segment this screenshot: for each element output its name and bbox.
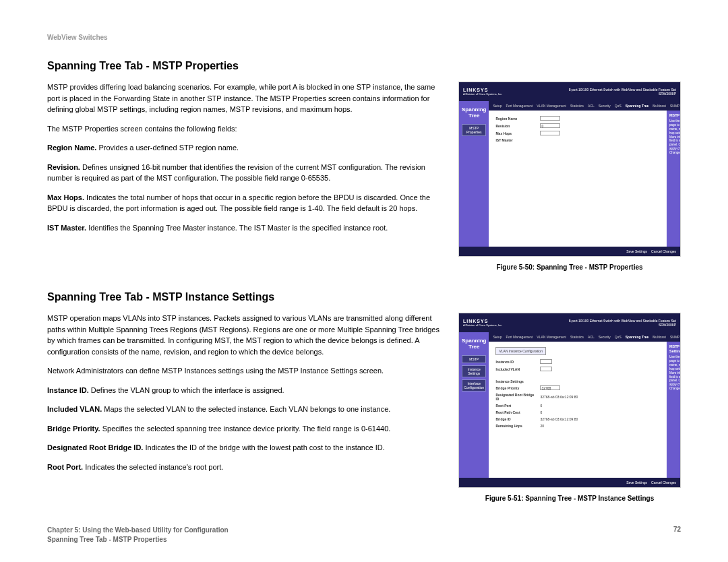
help-title: MSTP Instance Settings [669,344,681,354]
save-button[interactable]: Save Settings [626,480,647,485]
vlan-config-header: VLAN Instance Configuration [495,347,545,355]
help-text: Use the MSTP Properties page to configur… [669,119,681,155]
rp-value: 0 [540,404,542,408]
sidebar-item[interactable]: MSTP Properties [462,124,486,136]
section2-title: Spanning Tree Tab - MSTP Instance Settin… [47,291,681,303]
region-input[interactable] [540,116,560,121]
help-text: Use the MSTP Properties page to configur… [669,355,681,391]
s1-p1: MSTP provides differing load balancing s… [47,82,445,115]
footer-section: Spanning Tree Tab - MSTP Properties [47,535,229,544]
save-button[interactable]: Save Settings [626,249,647,253]
device-model: SRW2008P [569,323,676,327]
device-model: SRW2008P [569,92,676,96]
form-area: Region Name Revision0 Max Hops IST Maste… [489,111,667,247]
brand-tagline: A Division of Cisco Systems, Inc. [463,323,502,327]
top-tabs[interactable]: SetupPort ManagementVLAN ManagementStati… [489,332,681,342]
included-vlan-select[interactable] [540,367,552,371]
sidebar-item[interactable]: Instance Settings [462,365,486,377]
figure-5-51: LINKSYS A Division of Cisco Systems, Inc… [458,313,681,488]
section1-text: MSTP provides differing load balancing s… [47,82,445,271]
s2-incl: Included VLAN. Maps the selected VLAN to… [47,404,445,415]
s1-region: Region Name. Provides a user-defined STP… [47,142,445,154]
cancel-button[interactable]: Cancel Changes [651,480,676,485]
s2-rp: Root Port. Indicates the selected instan… [47,462,445,473]
doc-header: WebView Switches [47,34,681,41]
instance-settings-hdr: Instance Settings [495,379,660,383]
help-title: MSTP Properties [669,113,681,118]
page-footer: Chapter 5: Using the Web-based Utility f… [47,526,681,544]
s2-p2: Network Administrators can define MSTP I… [47,365,445,377]
brand-tagline: A Division of Cisco Systems, Inc. [463,92,502,96]
maxhops-input[interactable] [540,131,560,135]
rpc-value: 0 [540,410,542,414]
top-tabs[interactable]: SetupPort ManagementVLAN ManagementStati… [489,101,681,111]
brand-logo: LINKSYS [463,88,502,92]
s1-ist: IST Master. Identifies the Spanning Tree… [47,222,445,234]
revision-input[interactable]: 0 [540,123,560,128]
footer-chapter: Chapter 5: Using the Web-based Utility f… [47,526,229,535]
section2-text: MSTP operation maps VLANs into STP insta… [47,313,445,502]
nav-title: Spanning Tree [462,106,486,119]
page-number: 72 [673,526,681,533]
instance-select[interactable] [540,359,552,364]
s2-p1: MSTP operation maps VLANs into STP insta… [47,313,445,357]
s2-inst: Instance ID. Defines the VLAN group to w… [47,385,445,396]
brand-logo: LINKSYS [463,319,502,323]
figure-5-51-caption: Figure 5-51: Spanning Tree - MSTP Instan… [485,495,654,502]
s1-p2: The MSTP Properties screen contains the … [47,123,445,135]
figure-5-50: LINKSYS A Division of Cisco Systems, Inc… [458,82,681,257]
form-area: VLAN Instance Configuration Instance ID … [489,342,667,478]
s2-bp: Bridge Priority. Specifies the selected … [47,423,445,435]
bridge-priority-input[interactable]: 32768 [540,385,560,390]
s1-maxhops: Max Hops. Indicates the total number of … [47,192,445,214]
sidebar-item[interactable]: Interface Configuration [462,379,486,392]
s1-revision: Revision. Defines unsigned 16-bit number… [47,162,445,184]
section1-title: Spanning Tree Tab - MSTP Properties [47,60,681,72]
s2-drb: Designated Root Bridge ID. Indicates the… [47,442,445,454]
bid-value: 32768-ab:03:6a:12:09:80 [540,417,578,421]
cancel-button[interactable]: Cancel Changes [651,249,676,253]
nav-title: Spanning Tree [462,338,486,350]
rh-value: 20 [540,424,544,428]
sidebar-item[interactable]: MSTP [462,355,486,363]
drb-value: 32768-ab:03:6a:12:09:80 [540,395,578,399]
figure-5-50-caption: Figure 5-50: Spanning Tree - MSTP Proper… [496,263,642,271]
